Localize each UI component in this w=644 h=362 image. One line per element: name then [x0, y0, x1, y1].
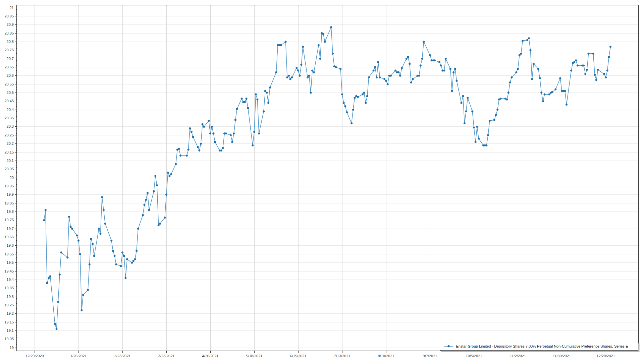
data-point[interactable] [246, 98, 248, 100]
data-point[interactable] [68, 216, 70, 218]
data-point[interactable] [131, 262, 133, 264]
data-point[interactable] [222, 147, 224, 149]
data-point[interactable] [554, 88, 556, 90]
data-point[interactable] [148, 209, 150, 211]
data-point[interactable] [496, 109, 498, 111]
data-point[interactable] [509, 81, 511, 83]
data-point[interactable] [454, 68, 456, 70]
data-point[interactable] [409, 63, 411, 65]
data-point[interactable] [90, 238, 92, 240]
data-point[interactable] [594, 74, 596, 76]
data-point[interactable] [255, 94, 257, 96]
data-point[interactable] [318, 44, 320, 46]
data-point[interactable] [566, 104, 568, 106]
price-series[interactable] [43, 26, 611, 330]
data-point[interactable] [343, 102, 345, 104]
data-point[interactable] [192, 136, 194, 138]
data-point[interactable] [136, 250, 138, 252]
data-point[interactable] [175, 163, 177, 165]
data-point[interactable] [247, 107, 249, 109]
data-point[interactable] [373, 70, 375, 72]
data-point[interactable] [258, 132, 260, 134]
data-point[interactable] [324, 41, 326, 43]
data-point[interactable] [214, 141, 216, 143]
data-point[interactable] [104, 223, 106, 225]
data-point[interactable] [551, 91, 553, 93]
data-point[interactable] [434, 59, 436, 61]
data-point[interactable] [366, 95, 368, 97]
data-point[interactable] [517, 68, 519, 70]
data-point[interactable] [605, 76, 607, 78]
data-point[interactable] [299, 75, 301, 77]
data-point[interactable] [493, 119, 495, 121]
data-point[interactable] [124, 277, 126, 279]
data-point[interactable] [346, 111, 348, 113]
data-point[interactable] [280, 44, 282, 46]
data-point[interactable] [156, 184, 158, 186]
data-point[interactable] [46, 282, 48, 284]
data-point[interactable] [506, 99, 508, 101]
data-point[interactable] [575, 59, 577, 61]
data-point[interactable] [564, 90, 566, 92]
data-point[interactable] [473, 127, 475, 129]
data-point[interactable] [489, 120, 491, 122]
data-point[interactable] [208, 120, 210, 122]
data-point[interactable] [43, 219, 45, 221]
data-point[interactable] [186, 155, 188, 157]
data-point[interactable] [145, 199, 147, 201]
data-point[interactable] [451, 90, 453, 92]
data-point[interactable] [423, 41, 425, 43]
data-point[interactable] [461, 102, 463, 104]
data-point[interactable] [449, 68, 451, 70]
data-point[interactable] [344, 105, 346, 107]
data-point[interactable] [383, 78, 385, 80]
data-point[interactable] [583, 64, 585, 66]
data-point[interactable] [241, 98, 243, 100]
data-point[interactable] [82, 294, 84, 296]
data-point[interactable] [168, 175, 170, 177]
data-point[interactable] [256, 99, 258, 101]
data-point[interactable] [211, 126, 213, 128]
data-point[interactable] [244, 101, 246, 103]
data-point[interactable] [407, 56, 409, 58]
data-point[interactable] [522, 40, 524, 42]
data-point[interactable] [462, 95, 464, 97]
data-point[interactable] [476, 126, 478, 128]
data-point[interactable] [59, 274, 61, 276]
data-point[interactable] [285, 41, 287, 43]
data-point[interactable] [289, 78, 291, 80]
data-point[interactable] [89, 263, 91, 265]
data-point[interactable] [609, 46, 611, 48]
data-point[interactable] [54, 323, 56, 325]
data-point[interactable] [385, 80, 387, 82]
data-point[interactable] [179, 155, 181, 157]
data-point[interactable] [93, 255, 95, 257]
data-point[interactable] [159, 223, 161, 225]
data-point[interactable] [307, 76, 309, 78]
data-point[interactable] [212, 132, 214, 134]
data-point[interactable] [101, 196, 103, 198]
data-point[interactable] [387, 83, 389, 85]
data-point[interactable] [410, 81, 412, 83]
data-point[interactable] [147, 192, 149, 194]
data-point[interactable] [478, 138, 480, 140]
data-point[interactable] [570, 70, 572, 72]
data-point[interactable] [456, 80, 458, 82]
data-point[interactable] [288, 75, 290, 77]
data-point[interactable] [308, 75, 310, 77]
data-point[interactable] [452, 71, 454, 73]
data-point[interactable] [475, 141, 477, 143]
data-point[interactable] [60, 251, 62, 253]
data-point[interactable] [45, 209, 47, 211]
data-point[interactable] [464, 122, 466, 124]
data-point[interactable] [300, 64, 302, 66]
data-point[interactable] [310, 92, 312, 94]
data-point[interactable] [80, 309, 83, 311]
data-point[interactable] [302, 46, 304, 48]
data-point[interactable] [322, 33, 324, 35]
data-point[interactable] [368, 76, 370, 78]
data-point[interactable] [577, 64, 579, 66]
data-point[interactable] [495, 114, 497, 116]
data-point[interactable] [203, 126, 205, 128]
data-point[interactable] [420, 64, 422, 66]
